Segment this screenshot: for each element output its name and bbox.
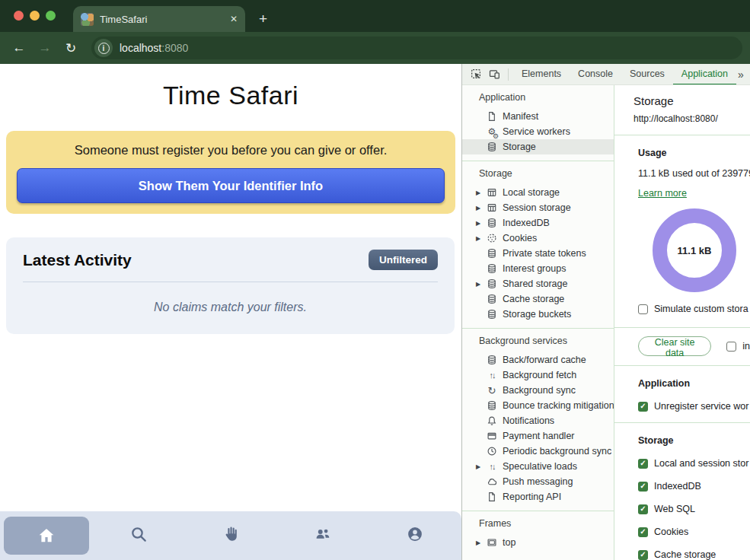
devtools-tab-console[interactable]: Console (570, 64, 621, 85)
minimize-window-button[interactable] (30, 11, 40, 21)
nav-people-button[interactable] (277, 511, 369, 560)
devtools-sidebar: Application Manifest ⚙⚙ Service workers … (462, 85, 614, 560)
devtools-tab-sources[interactable]: Sources (621, 64, 673, 85)
storage-type-checkbox-row[interactable]: ✓ Cookies (638, 527, 750, 537)
expand-arrow-icon[interactable]: ▶ (476, 235, 486, 242)
document-icon (486, 110, 498, 123)
sidebar-item-session-storage[interactable]: ▶ Session storage (462, 200, 614, 215)
expand-arrow-icon[interactable]: ▶ (476, 220, 486, 227)
webpage: Time Safari Someone must register you be… (0, 64, 461, 560)
clear-site-data-button[interactable]: Clear site data (638, 336, 711, 356)
sidebar-item-push-messaging[interactable]: Push messaging (462, 474, 614, 489)
storage-type-checkbox-row[interactable]: ✓ Cache storage (638, 549, 750, 560)
expand-arrow-icon[interactable]: ▶ (476, 281, 486, 288)
divider (614, 422, 750, 423)
inspect-element-icon[interactable] (467, 68, 485, 80)
sidebar-section: Application Manifest ⚙⚙ Service workers … (462, 85, 614, 161)
devtools-tab-elements[interactable]: Elements (513, 64, 570, 85)
more-tabs-icon[interactable]: » (738, 68, 744, 81)
expand-arrow-icon[interactable]: ▶ (476, 463, 486, 470)
show-identifier-button[interactable]: Show Them Your Identifier Info (17, 168, 445, 203)
storage-detail-panel: Storage http://localhost:8080/ Usage 11.… (614, 85, 750, 560)
sidebar-item-interest-groups[interactable]: Interest groups (462, 261, 614, 276)
devtools-tab-application[interactable]: Application (673, 64, 736, 85)
document-icon (486, 491, 498, 503)
latest-activity-card: Latest Activity Unfiltered No claims mat… (6, 237, 455, 334)
sidebar-item-periodic-background-sync[interactable]: Periodic background sync (462, 444, 614, 459)
tab-close-icon[interactable]: ✕ (230, 14, 238, 24)
alert-message: Someone must register you before you can… (17, 143, 445, 158)
address-bar[interactable]: i localhost:8080 (91, 37, 742, 59)
sidebar-item-storage[interactable]: Storage (462, 139, 614, 154)
storage-type-checkbox-row[interactable]: ✓ IndexedDB (638, 481, 750, 492)
person-icon (405, 524, 425, 547)
usage-donut-chart: 11.1 kB (638, 208, 750, 292)
storage-type-checkbox-row[interactable]: ✓ Unregister service wor (638, 401, 750, 412)
panel-title: Storage (634, 94, 750, 107)
simulate-quota-checkbox-row[interactable]: Simulate custom stora (638, 304, 750, 314)
back-button[interactable]: ← (8, 40, 30, 56)
including-checkbox-row[interactable]: in (726, 341, 750, 352)
sidebar-item-shared-storage[interactable]: ▶ Shared storage (462, 276, 614, 291)
bell-icon (486, 415, 498, 427)
site-info-icon[interactable]: i (94, 39, 113, 57)
activity-heading: Latest Activity (23, 251, 132, 269)
page-title: Time Safari (0, 81, 461, 110)
tab-title: TimeSafari (100, 14, 224, 25)
sidebar-item-private-state-tokens[interactable]: Private state tokens (462, 246, 614, 261)
forward-button[interactable]: → (34, 40, 56, 56)
learn-more-link[interactable]: Learn more (638, 188, 687, 199)
sidebar-item-service-workers[interactable]: ⚙⚙ Service workers (462, 124, 614, 139)
simulate-quota-checkbox[interactable] (638, 304, 648, 314)
unregister-service-wor-checkbox[interactable]: ✓ (638, 402, 648, 412)
sidebar-item-storage-buckets[interactable]: Storage buckets (462, 307, 614, 322)
expand-arrow-icon[interactable]: ▶ (476, 539, 486, 546)
cloud-icon (486, 476, 498, 488)
sidebar-item-background-sync[interactable]: ↻ Background sync (462, 383, 614, 398)
unfiltered-badge[interactable]: Unfiltered (369, 250, 438, 270)
storage-type-checkbox-row[interactable]: ✓ Local and session stor (638, 458, 750, 469)
zoom-window-button[interactable] (46, 11, 56, 21)
indexeddb-checkbox[interactable]: ✓ (638, 482, 648, 492)
sidebar-item-indexeddb[interactable]: ▶ IndexedDB (462, 215, 614, 231)
sidebar-item-back-forward-cache[interactable]: Back/forward cache (462, 352, 614, 368)
sidebar-item-cookies[interactable]: ▶ Cookies (462, 231, 614, 246)
browser-window: TimeSafari ✕ + ← → ↻ i localhost:8080 Ti… (0, 0, 750, 560)
sidebar-item-manifest[interactable]: Manifest (462, 109, 614, 124)
database-icon (486, 247, 498, 259)
sidebar-item-top[interactable]: ▶ top (462, 535, 614, 550)
storage-type-checkbox-row[interactable]: ✓ Web SQL (638, 504, 750, 514)
expand-arrow-icon[interactable]: ▶ (476, 205, 486, 212)
home-icon (4, 517, 89, 555)
divider (614, 135, 750, 135)
sidebar-item-local-storage[interactable]: ▶ Local storage (462, 185, 614, 200)
browser-tab[interactable]: TimeSafari ✕ (73, 6, 245, 32)
including-checkbox[interactable] (726, 342, 736, 352)
local-and-session-stor-checkbox[interactable]: ✓ (638, 459, 648, 469)
sidebar-item-bounce-tracking-mitigation[interactable]: Bounce tracking mitigation (462, 398, 614, 413)
nav-hand-button[interactable] (184, 511, 276, 560)
cookies-checkbox[interactable]: ✓ (638, 527, 648, 537)
close-window-button[interactable] (14, 11, 24, 21)
sidebar-item-speculative-loads[interactable]: ▶ ↑↓ Speculative loads (462, 459, 614, 474)
web-sql-checkbox[interactable]: ✓ (638, 504, 648, 514)
nav-search-button[interactable] (92, 511, 184, 560)
divider (614, 327, 750, 328)
sidebar-item-payment-handler[interactable]: Payment handler (462, 428, 614, 444)
sidebar-item-notifications[interactable]: Notifications (462, 413, 614, 428)
group-title: Application (638, 378, 750, 389)
sidebar-item-reporting-api[interactable]: Reporting API (462, 489, 614, 504)
cache-storage-checkbox[interactable]: ✓ (638, 550, 648, 560)
device-toolbar-icon[interactable] (485, 68, 503, 80)
panel-origin: http://localhost:8080/ (634, 113, 750, 124)
sidebar-item-cache-storage[interactable]: Cache storage (462, 291, 614, 307)
nav-person-button[interactable] (369, 511, 461, 560)
reload-button[interactable]: ↻ (59, 40, 82, 56)
nav-home-button[interactable] (0, 511, 92, 560)
sidebar-item-background-fetch[interactable]: ↑↓ Background fetch (462, 368, 614, 383)
new-tab-button[interactable]: + (259, 11, 267, 26)
devtools-tabs: ElementsConsoleSourcesApplication (513, 64, 736, 85)
expand-arrow-icon[interactable]: ▶ (476, 189, 486, 196)
divider (614, 365, 750, 366)
updown-icon: ↑↓ (486, 460, 498, 473)
